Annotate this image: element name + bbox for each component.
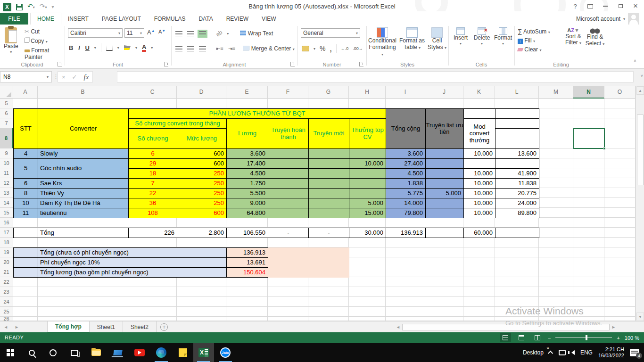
cell-L10[interactable]: [495, 158, 539, 169]
cell-H9[interactable]: [349, 148, 386, 159]
tab-data[interactable]: DATA: [192, 13, 219, 25]
avatar[interactable]: [628, 13, 639, 25]
borders-button[interactable]: [106, 45, 113, 51]
cell-A17[interactable]: [13, 228, 38, 238]
zoom-out-icon[interactable]: −: [548, 335, 551, 341]
row-header-12[interactable]: 12: [0, 178, 13, 188]
cell-H10[interactable]: 10.000: [349, 158, 386, 169]
cell-C17[interactable]: 226: [128, 228, 177, 238]
cell-L9[interactable]: 13.600: [495, 148, 539, 159]
cell-A21[interactable]: [13, 267, 38, 278]
row-header-7[interactable]: 7: [0, 118, 13, 128]
cell-C8[interactable]: Số chương: [128, 128, 177, 149]
cell-L11[interactable]: 41.900: [495, 168, 539, 179]
cell-K14[interactable]: 10.000: [463, 198, 495, 208]
underline-button[interactable]: U: [85, 44, 89, 51]
tab-file[interactable]: FILE: [0, 13, 28, 25]
cell-H14[interactable]: 5.000: [349, 198, 386, 208]
sort-filter-button[interactable]: AZ▼ Sort &Filter ▾: [563, 27, 584, 46]
cell-B14[interactable]: Dám Kỳ Thị Bê Đê Hả: [38, 198, 129, 208]
cell-L14[interactable]: 24.000: [495, 198, 539, 208]
cell-C14[interactable]: 36: [128, 198, 177, 208]
font-size-combobox[interactable]: 11▾: [124, 28, 144, 38]
select-all-corner[interactable]: [0, 86, 13, 99]
collapse-ribbon-icon[interactable]: ˄: [634, 58, 636, 64]
cell-E20[interactable]: 13.691: [226, 257, 268, 268]
row-header-25[interactable]: 25: [0, 307, 13, 317]
close-button[interactable]: ×: [629, 1, 642, 11]
column-header-G[interactable]: G: [308, 86, 349, 99]
column-header-L[interactable]: L: [495, 86, 539, 99]
bold-button[interactable]: B: [69, 44, 73, 51]
comma-style-button[interactable]: ,: [330, 45, 331, 53]
cell-J12[interactable]: [425, 178, 464, 189]
row-header-11[interactable]: 11: [0, 168, 13, 178]
cell-J11[interactable]: [425, 168, 464, 179]
cell-K13[interactable]: 10.000: [463, 188, 495, 198]
cell-K15[interactable]: 10.000: [463, 208, 495, 218]
cell-B15[interactable]: tieutiennu: [38, 208, 129, 218]
sheet-tab-sheet2[interactable]: Sheet2: [123, 321, 157, 333]
cell-F15[interactable]: [268, 208, 309, 218]
cell-E17[interactable]: 106.550: [226, 228, 268, 238]
cell-E14[interactable]: 9.000: [226, 198, 268, 208]
cell-D14[interactable]: 250: [177, 198, 227, 208]
column-header-K[interactable]: K: [463, 86, 495, 99]
cell-H15[interactable]: 15.000: [349, 208, 386, 218]
row-header-26[interactable]: 26: [0, 317, 13, 321]
sheet-nav-left-icon[interactable]: ◄: [4, 325, 8, 329]
cell-C12[interactable]: 7: [128, 178, 177, 189]
cell-A15[interactable]: 11: [13, 208, 38, 218]
cell-J6[interactable]: Truyện list ưu tiên: [425, 108, 464, 149]
youtube-button[interactable]: [129, 343, 150, 362]
decrease-decimal-button[interactable]: .00→: [353, 46, 363, 51]
cell-I10[interactable]: 27.400: [386, 158, 426, 169]
vertical-scrollbar-thumb[interactable]: [637, 115, 644, 185]
sheet-tab-tong-hop[interactable]: Tổng hợp: [47, 321, 90, 333]
cell-D12[interactable]: 250: [177, 178, 227, 189]
align-middle-button[interactable]: [187, 31, 194, 36]
cell-J14[interactable]: [425, 198, 464, 208]
account-area[interactable]: Microsoft account ▾: [576, 13, 639, 25]
language-indicator[interactable]: ENG: [580, 349, 593, 356]
cell-J9[interactable]: [425, 148, 464, 159]
column-header-C[interactable]: C: [128, 86, 177, 99]
clock[interactable]: 2:21 CH16/03/2022: [598, 346, 624, 359]
cell-D13[interactable]: 250: [177, 188, 227, 198]
scroll-up-icon[interactable]: ▲: [636, 86, 644, 95]
conditional-formatting-button[interactable]: ConditionalFormatting ▾: [368, 27, 397, 57]
fill-handle[interactable]: [603, 147, 606, 150]
cell-B6[interactable]: Converter: [38, 108, 129, 149]
cell-C11[interactable]: 18: [128, 168, 177, 179]
cell-F9[interactable]: [268, 148, 309, 159]
row-header-8[interactable]: 8: [0, 128, 13, 148]
tab-page-layout[interactable]: PAGE LAYOUT: [95, 13, 148, 25]
align-right-button[interactable]: [199, 46, 206, 51]
cell-H12[interactable]: [349, 178, 386, 189]
column-header-H[interactable]: H: [349, 86, 386, 99]
cell-I9[interactable]: 3.600: [386, 148, 426, 159]
align-top-button[interactable]: [175, 31, 182, 36]
column-header-M[interactable]: M: [539, 86, 573, 99]
row-header-21[interactable]: 21: [0, 267, 13, 277]
clear-button[interactable]: Clear ▾: [518, 46, 550, 53]
cell-H7[interactable]: Thưởng top CV: [349, 118, 386, 149]
insert-button[interactable]: Insert▾: [451, 27, 471, 46]
cell-I13[interactable]: 5.775: [386, 188, 426, 198]
grow-font-button[interactable]: A▲: [147, 29, 155, 36]
tab-view[interactable]: VIEW: [255, 13, 283, 25]
align-center-button[interactable]: [187, 46, 194, 51]
show-desktop-button[interactable]: Desktop»: [523, 349, 544, 356]
zoom-slider[interactable]: [555, 337, 612, 338]
row-header-10[interactable]: 10: [0, 158, 13, 168]
sheet-tab-sheet1[interactable]: Sheet1: [90, 321, 123, 333]
cell-A10[interactable]: 5: [13, 158, 38, 179]
column-header-J[interactable]: J: [425, 86, 463, 99]
sticky-notes-button[interactable]: [173, 343, 193, 362]
paste-button[interactable]: Paste▾: [4, 27, 18, 54]
excel-taskbar-button[interactable]: X: [193, 343, 214, 362]
zoom-slider-thumb[interactable]: [586, 335, 587, 340]
cell-I11[interactable]: 4.500: [386, 168, 426, 179]
cell-B19[interactable]: Tổng (chưa có phí chuyển ngọc): [38, 247, 227, 258]
cell-I14[interactable]: 14.000: [386, 198, 426, 208]
